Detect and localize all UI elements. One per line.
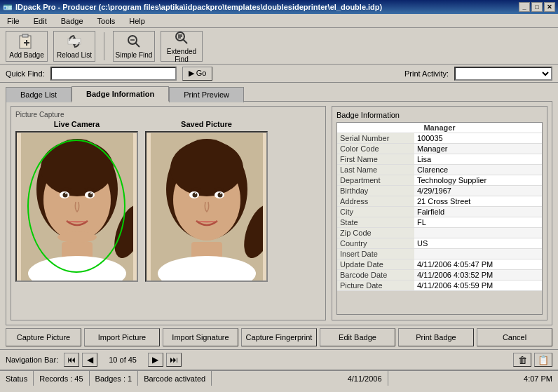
live-camera-image	[21, 133, 133, 281]
field-value: Manager	[414, 144, 542, 154]
table-row: Zip Code	[337, 228, 542, 238]
menu-file[interactable]: File	[3, 15, 24, 27]
field-value: Technology Supplier	[414, 175, 542, 186]
add-badge-icon	[18, 33, 35, 50]
title-bar: 🪪 IDpack Pro - Producer (c:\program file…	[0, 0, 558, 14]
app-icon: 🪪	[3, 3, 13, 12]
import-picture-button[interactable]: Import Picture	[84, 328, 160, 346]
quickfind-input[interactable]	[50, 67, 177, 81]
field-label: Color Code	[337, 144, 414, 154]
table-row: CountryUS	[337, 238, 542, 249]
go-button[interactable]: ▶ Go	[182, 67, 213, 81]
status-badges: Badges : 1	[90, 371, 139, 386]
maximize-button[interactable]: □	[531, 2, 543, 12]
navigation-bar: Navigation Bar: ⏮ ◀ 10 of 45 ▶ ⏭ 🗑 📋	[0, 349, 558, 370]
reload-icon	[66, 33, 83, 50]
nav-first-button[interactable]: ⏮	[64, 353, 79, 367]
extended-find-label: Extended Find	[161, 48, 202, 63]
capture-fingerprint-button[interactable]: Capture Fingerprint	[241, 328, 317, 346]
nav-next-button[interactable]: ▶	[148, 353, 163, 367]
table-row: Insert Date	[337, 249, 542, 259]
field-label: Department	[337, 175, 414, 186]
print-badge-button[interactable]: Print Badge	[398, 328, 474, 346]
field-label: First Name	[337, 154, 414, 165]
import-signature-button[interactable]: Import Signature	[163, 328, 238, 346]
badge-info-panel: Badge Information Manager Serial Number1…	[332, 106, 547, 320]
tab-print-preview[interactable]: Print Preview	[169, 87, 244, 102]
nav-copy-button[interactable]: 📋	[534, 353, 552, 367]
menu-help[interactable]: Help	[125, 15, 149, 27]
field-value: Clarence	[414, 165, 542, 175]
menu-badge[interactable]: Badge	[57, 15, 88, 27]
add-badge-label: Add Badge	[9, 51, 44, 59]
svg-point-26	[57, 231, 97, 243]
nav-prev-button[interactable]: ◀	[82, 353, 97, 367]
nav-last-button[interactable]: ⏭	[166, 353, 182, 367]
field-value: Fairfield	[414, 207, 542, 217]
table-row: Update Date4/11/2006 4:05:47 PM	[337, 259, 542, 270]
nav-next-icon: ▶	[152, 355, 158, 365]
saved-picture-frame	[145, 131, 268, 282]
field-value: 4/29/1967	[414, 186, 542, 196]
status-date: 4/11/2006	[342, 371, 388, 386]
edit-badge-button[interactable]: Edit Badge	[320, 328, 395, 346]
capture-picture-button[interactable]: Capture Picture	[6, 328, 81, 346]
simple-find-button[interactable]: Simple Find	[113, 31, 155, 62]
badge-table: Manager Serial Number100035Color CodeMan…	[337, 123, 542, 291]
menu-tools[interactable]: Tools	[93, 15, 120, 27]
cancel-button[interactable]: Cancel	[477, 328, 552, 346]
field-value: 4/11/2006 4:05:59 PM	[414, 281, 542, 291]
svg-point-22	[62, 192, 67, 197]
picture-capture-panel: Picture Capture Live Camera	[11, 106, 326, 320]
table-row: Address21 Cross Street	[337, 196, 542, 207]
main-content: Picture Capture Live Camera	[6, 101, 552, 325]
toolbar-separator	[104, 32, 104, 60]
table-row: Birthday4/29/1967	[337, 186, 542, 196]
badge-info-title: Badge Information	[336, 111, 543, 119]
add-badge-button[interactable]: Add Badge	[6, 31, 48, 62]
field-value: 100035	[414, 133, 542, 144]
field-value	[414, 249, 542, 259]
field-label: Birthday	[337, 186, 414, 196]
status-status: Status	[0, 371, 34, 386]
field-label: City	[337, 207, 414, 217]
status-barcode: Barcode activated	[138, 371, 212, 386]
status-bar: Status Records : 45 Badges : 1 Barcode a…	[0, 370, 558, 386]
nav-delete-button[interactable]: 🗑	[513, 353, 531, 367]
table-row: Picture Date4/11/2006 4:05:59 PM	[337, 281, 542, 291]
badge-table-wrapper[interactable]: Manager Serial Number100035Color CodeMan…	[336, 122, 543, 315]
tab-badge-list[interactable]: Badge List	[6, 87, 72, 102]
nav-label: Navigation Bar:	[6, 356, 58, 364]
print-activity-label: Print Activity:	[404, 69, 449, 78]
extended-find-button[interactable]: Extended Find	[161, 31, 203, 62]
simple-find-icon	[125, 33, 142, 50]
field-value: Lisa	[414, 154, 542, 165]
field-value	[414, 228, 542, 238]
svg-point-18	[41, 140, 114, 196]
reload-label: Reload List	[57, 51, 92, 59]
table-row: Barcode Date4/11/2006 4:03:52 PM	[337, 270, 542, 281]
table-row: Color CodeManager	[337, 144, 542, 154]
field-label: State	[337, 217, 414, 228]
svg-point-24	[65, 193, 67, 194]
saved-picture-label: Saved Picture	[181, 120, 232, 128]
action-buttons: Capture Picture Import Picture Import Si…	[0, 325, 558, 349]
field-value: FL	[414, 217, 542, 228]
svg-point-37	[217, 192, 222, 197]
table-row: StateFL	[337, 217, 542, 228]
table-row: CityFairfield	[337, 207, 542, 217]
quickfind-bar: Quick Find: ▶ Go Print Activity:	[0, 65, 558, 83]
menu-edit[interactable]: Edit	[29, 15, 51, 27]
field-value: 4/11/2006 4:03:52 PM	[414, 270, 542, 281]
nav-prev-icon: ◀	[87, 355, 93, 365]
tab-badge-information[interactable]: Badge Information	[72, 86, 169, 102]
status-records: Records : 45	[34, 371, 89, 386]
minimize-button[interactable]: _	[519, 2, 530, 12]
saved-picture-col: Saved Picture	[145, 120, 268, 282]
main-tabs: Badge List Badge Information Print Previ…	[0, 83, 558, 101]
reload-list-button[interactable]: Reload List	[53, 31, 95, 62]
svg-point-25	[90, 193, 92, 194]
close-button[interactable]: ✕	[544, 2, 555, 12]
print-activity-select[interactable]	[454, 67, 552, 81]
extended-find-icon	[173, 29, 190, 46]
